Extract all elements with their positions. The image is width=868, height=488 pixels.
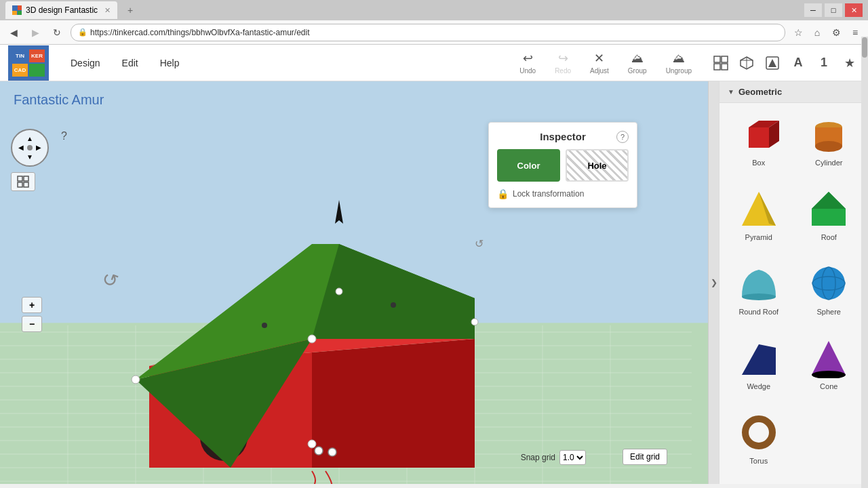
grid-icon[interactable] — [711, 53, 731, 73]
rotate-handle-2[interactable] — [328, 448, 336, 456]
address-bar: ◀ ▶ ↻ 🔒 https://tinkercad.com/things/bbh… — [0, 20, 868, 45]
star-icon[interactable]: ☆ — [791, 25, 806, 40]
url-box[interactable]: 🔒 https://tinkercad.com/things/bbhwOlbvf… — [71, 24, 785, 41]
shape-cylinder[interactable]: Cylinder — [797, 110, 862, 179]
shape-box[interactable]: Box — [726, 110, 791, 179]
cone-label: Cone — [820, 382, 837, 390]
url-text: https://tinkercad.com/things/bbhwOlbvfXa… — [90, 28, 309, 37]
sphere-shape-icon — [807, 262, 850, 305]
shape-sphere[interactable]: Sphere — [797, 259, 862, 328]
compass-control[interactable]: ▲ ◀ ▶ ▼ — [11, 129, 49, 167]
viewport[interactable]: ↺ ↺ Fantastic Amur ? — [0, 81, 708, 484]
wedge-shape-icon — [737, 336, 781, 380]
shape-pyramid[interactable]: Pyramid — [726, 184, 791, 253]
ungroup-icon: ⛰ — [673, 52, 685, 66]
shape-wedge[interactable]: Wedge — [726, 333, 791, 403]
shape-torus[interactable]: Torus — [726, 408, 791, 477]
box-shape-icon — [737, 113, 781, 156]
pan-right[interactable]: ▶ — [35, 143, 43, 152]
svg-marker-49 — [812, 192, 846, 209]
box-label: Box — [752, 159, 765, 167]
wedge-label: Wedge — [747, 382, 770, 390]
handle-1[interactable] — [308, 335, 316, 343]
browser-tab[interactable]: 3D design Fantastic ✕ — [5, 1, 117, 19]
maximize-button[interactable]: □ — [825, 3, 842, 17]
tab-favicon — [12, 5, 22, 15]
roof-shape-icon — [807, 187, 850, 230]
pyramid-label: Pyramid — [745, 233, 772, 241]
forward-button[interactable]: ▶ — [27, 24, 43, 41]
rotate-handle[interactable] — [315, 447, 323, 455]
rotate-indicator: ↺ — [475, 238, 484, 249]
shape-round-roof[interactable]: Round Roof — [726, 259, 791, 328]
handle-small-2 — [262, 323, 267, 328]
refresh-button[interactable]: ↻ — [49, 24, 65, 41]
pan-up[interactable]: ▲ — [25, 134, 34, 143]
home-icon[interactable]: ⌂ — [810, 25, 825, 40]
undo-icon: ↩ — [523, 51, 533, 66]
color-option[interactable]: Color — [497, 149, 560, 182]
pan-left[interactable]: ◀ — [16, 143, 25, 152]
redo-icon: ↪ — [558, 51, 568, 66]
new-tab-button[interactable]: + — [121, 1, 139, 19]
handle-3[interactable] — [132, 375, 140, 384]
svg-rect-3 — [722, 64, 728, 70]
shape-cone[interactable]: Cone — [797, 333, 862, 403]
menu-icon[interactable]: ≡ — [848, 25, 863, 40]
lock-transformation[interactable]: 🔒 Lock transformation — [497, 188, 629, 199]
number-icon[interactable]: 1 — [814, 53, 834, 73]
svg-point-58 — [745, 419, 772, 446]
torus-label: Torus — [749, 457, 768, 465]
handle-4[interactable] — [471, 319, 478, 325]
tinkercad-logo[interactable]: TIN KER CAD — [8, 45, 49, 81]
tab-close-icon[interactable]: ✕ — [104, 6, 111, 15]
handle-center[interactable] — [336, 288, 342, 295]
edit-grid-button[interactable]: Edit grid — [623, 449, 667, 465]
svg-point-51 — [812, 267, 845, 300]
redo-button[interactable]: ↪ Redo — [549, 48, 576, 77]
toolbar-actions: ↩ Undo ↪ Redo ✕ Adjust ⛰ Group ⛰ Ungroup — [514, 48, 697, 77]
star-favorites-icon[interactable]: ★ — [840, 53, 860, 73]
logo-cell-tin: TIN — [12, 49, 28, 62]
shape-icon[interactable] — [762, 53, 783, 73]
menu-design[interactable]: Design — [60, 52, 111, 74]
pan-down[interactable]: ▼ — [25, 152, 34, 161]
hole-option[interactable]: Hole — [566, 149, 629, 182]
tab-title: 3D design Fantastic — [26, 5, 98, 15]
menu-edit[interactable]: Edit — [111, 52, 149, 74]
panel-section-label: Geometric — [738, 87, 782, 97]
cube-icon[interactable] — [736, 53, 757, 73]
group-icon: ⛰ — [631, 52, 644, 66]
scrollbar-track[interactable] — [861, 81, 868, 484]
close-button[interactable]: ✕ — [845, 3, 863, 17]
handle-2[interactable] — [308, 440, 316, 448]
browser-chrome: 3D design Fantastic ✕ + ─ □ ✕ ◀ ▶ ↻ 🔒 ht… — [0, 0, 868, 45]
zoom-controls: + − — [22, 297, 60, 332]
ungroup-button[interactable]: ⛰ Ungroup — [660, 49, 697, 77]
handle-small-1 — [391, 302, 396, 308]
shape-roof[interactable]: Roof — [797, 184, 862, 253]
collapse-handle[interactable]: ❯ — [708, 81, 719, 484]
logo-cell-cad: CAD — [12, 64, 28, 77]
zoom-in-button[interactable]: + — [22, 297, 42, 313]
cylinder-shape-icon — [807, 113, 850, 156]
extensions-icon[interactable]: ⚙ — [829, 25, 844, 40]
back-button[interactable]: ◀ — [5, 24, 22, 41]
inspector-help-button[interactable]: ? — [616, 131, 629, 143]
lock-icon: 🔒 — [497, 188, 509, 199]
minimize-button[interactable]: ─ — [804, 3, 822, 17]
pyramid-shape-icon — [737, 187, 781, 230]
menu-help[interactable]: Help — [149, 52, 191, 74]
group-button[interactable]: ⛰ Group — [623, 49, 652, 77]
view-button[interactable] — [11, 172, 35, 191]
zoom-out-button[interactable]: − — [22, 316, 42, 332]
adjust-button[interactable]: ✕ Adjust — [585, 48, 614, 77]
undo-button[interactable]: ↩ Undo — [514, 48, 541, 77]
shapes-grid: Box Cylinder — [719, 103, 868, 484]
text-icon[interactable]: A — [788, 53, 808, 73]
help-icon[interactable]: ? — [61, 130, 67, 142]
svg-rect-37 — [24, 176, 28, 181]
snap-grid-label: Snap grid — [521, 453, 555, 462]
snap-grid-select[interactable]: 1.0 — [559, 450, 586, 465]
pan-center — [27, 145, 33, 150]
